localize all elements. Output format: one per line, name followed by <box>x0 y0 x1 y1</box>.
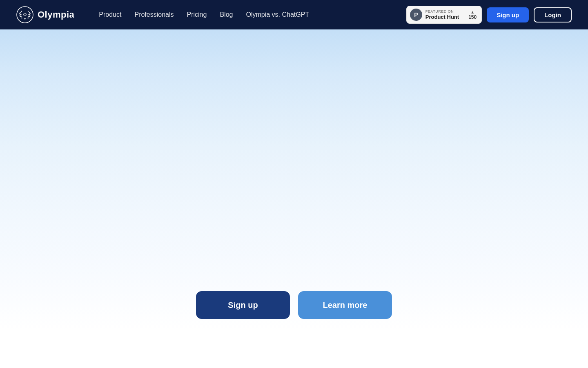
svg-point-4 <box>21 11 22 12</box>
product-hunt-count-area: ▲ 150 <box>464 10 477 20</box>
product-hunt-icon: P <box>410 9 422 21</box>
svg-point-3 <box>20 16 22 17</box>
product-hunt-count: 150 <box>468 14 477 20</box>
product-hunt-text-area: FEATURED ON Product Hunt <box>425 9 459 20</box>
nav-link-product[interactable]: Product <box>99 11 121 18</box>
hero-buttons: Sign up Learn more <box>196 291 392 319</box>
svg-text:O: O <box>23 12 27 17</box>
svg-point-8 <box>28 16 30 17</box>
product-hunt-name: Product Hunt <box>425 14 459 20</box>
logo-text: Olympia <box>38 9 74 20</box>
nav-login-button[interactable]: Login <box>534 7 572 22</box>
svg-point-7 <box>29 12 31 14</box>
hero-signup-button[interactable]: Sign up <box>196 291 290 319</box>
product-hunt-featured-on: FEATURED ON <box>425 9 459 14</box>
product-hunt-badge[interactable]: P FEATURED ON Product Hunt ▲ 150 <box>406 6 482 24</box>
nav-link-pricing[interactable]: Pricing <box>187 11 207 18</box>
nav-link-blog[interactable]: Blog <box>220 11 233 18</box>
nav-right: P FEATURED ON Product Hunt ▲ 150 Sign up… <box>406 6 572 24</box>
svg-point-5 <box>21 18 22 19</box>
svg-rect-12 <box>24 18 26 19</box>
hero-learn-more-button[interactable]: Learn more <box>298 291 392 319</box>
product-hunt-arrow: ▲ <box>470 10 474 14</box>
main-content: Sign up Learn more <box>0 0 588 368</box>
svg-point-2 <box>19 12 21 14</box>
nav-link-professionals[interactable]: Professionals <box>134 11 174 18</box>
nav-link-vs-chatgpt[interactable]: Olympia vs. ChatGPT <box>246 11 309 18</box>
nav-links: Product Professionals Pricing Blog Olymp… <box>99 11 406 18</box>
navbar: O Olympia Product Professionals Pricing … <box>0 0 588 29</box>
svg-point-9 <box>27 11 29 12</box>
svg-point-10 <box>27 18 29 19</box>
logo-icon: O <box>16 6 33 23</box>
nav-signup-button[interactable]: Sign up <box>487 7 529 22</box>
logo[interactable]: O Olympia <box>16 6 74 23</box>
